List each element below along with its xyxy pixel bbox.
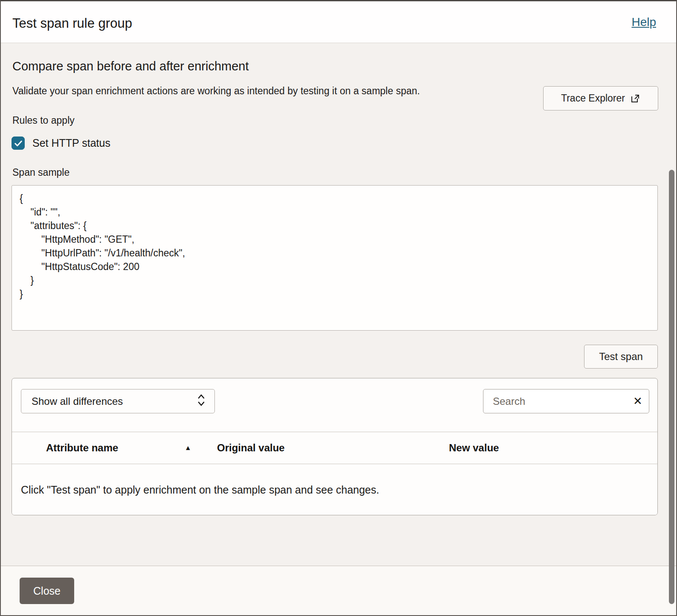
test-span-button[interactable]: Test span xyxy=(584,345,658,369)
sort-ascending-icon[interactable]: ▲ xyxy=(185,444,191,452)
dialog-footer: Close xyxy=(1,566,676,615)
dialog-header: Test span rule group Help xyxy=(1,1,676,43)
filter-selected-value: Show all differences xyxy=(32,395,123,407)
search-field: ✕ xyxy=(483,389,649,413)
section-description: Validate your span enrichment actions ar… xyxy=(12,85,420,97)
rule-checkbox-row: Set HTTP status xyxy=(12,137,110,150)
vertical-scrollbar-thumb[interactable] xyxy=(669,170,674,604)
help-link[interactable]: Help xyxy=(631,15,656,29)
span-sample-label: Span sample xyxy=(12,167,69,178)
section-heading: Compare span before and after enrichment xyxy=(12,59,249,73)
external-link-icon xyxy=(630,93,640,104)
trace-explorer-button[interactable]: Trace Explorer xyxy=(543,86,658,110)
column-header-new-value[interactable]: New value xyxy=(438,442,657,454)
close-button[interactable]: Close xyxy=(20,578,74,604)
attribute-name-header-label: Attribute name xyxy=(46,442,118,453)
set-http-status-checkbox[interactable] xyxy=(12,137,25,150)
column-header-attribute-name[interactable]: Attribute name ▲ xyxy=(12,442,206,454)
results-panel: Show all differences ✕ Attribute name ▲ xyxy=(12,378,658,515)
table-header-row: Attribute name ▲ Original value New valu… xyxy=(12,432,657,464)
checkbox-label: Set HTTP status xyxy=(32,137,110,149)
differences-filter-select[interactable]: Show all differences xyxy=(21,389,215,413)
results-toolbar: Show all differences ✕ xyxy=(12,378,657,432)
search-input[interactable] xyxy=(483,389,627,413)
span-sample-json: { "id": "", "attributes": { "HttpMethod"… xyxy=(20,192,650,301)
span-sample-textarea[interactable]: { "id": "", "attributes": { "HttpMethod"… xyxy=(12,185,658,331)
checkmark-icon xyxy=(14,139,23,148)
test-span-rule-group-dialog: Test span rule group Help Compare span b… xyxy=(0,0,677,616)
test-span-label: Test span xyxy=(599,351,643,363)
trace-explorer-label: Trace Explorer xyxy=(561,93,625,104)
select-spinner-icon xyxy=(197,393,206,410)
new-value-header-label: New value xyxy=(449,442,499,453)
original-value-header-label: Original value xyxy=(217,442,285,453)
table-empty-row: Click "Test span" to apply enrichment on… xyxy=(12,464,657,515)
rules-to-apply-label: Rules to apply xyxy=(12,115,75,126)
empty-state-message: Click "Test span" to apply enrichment on… xyxy=(21,484,379,496)
column-header-original-value[interactable]: Original value xyxy=(206,442,438,454)
dialog-title: Test span rule group xyxy=(12,16,132,31)
clear-search-icon[interactable]: ✕ xyxy=(627,395,649,408)
